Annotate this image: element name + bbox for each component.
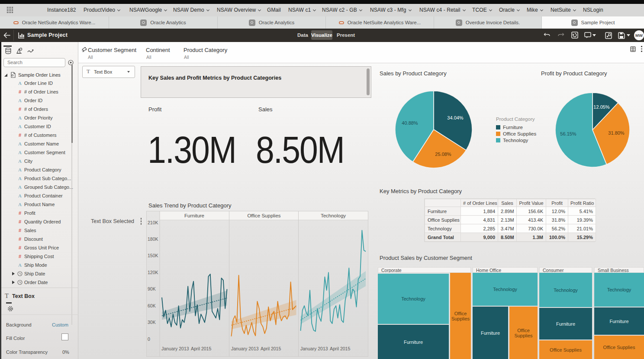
svg-text:April 2015: April 2015 (261, 346, 281, 351)
svg-text:56.15%: 56.15% (560, 131, 576, 136)
svg-text:120K: 120K (148, 270, 158, 275)
svg-text:Technology: Technology (321, 213, 346, 218)
svg-text:April 2015: April 2015 (191, 346, 211, 351)
svg-text:34.04%: 34.04% (447, 115, 464, 120)
svg-text:January 2013: January 2013 (231, 346, 259, 351)
svg-text:12.05%: 12.05% (593, 104, 610, 110)
svg-text:0: 0 (148, 336, 150, 342)
svg-text:January 2013: January 2013 (161, 346, 189, 351)
svg-text:210K: 210K (148, 220, 158, 225)
svg-text:April 2015: April 2015 (330, 346, 350, 351)
svg-text:150K: 150K (148, 253, 158, 258)
svg-text:25.08%: 25.08% (435, 152, 451, 157)
svg-text:30K: 30K (148, 320, 156, 325)
svg-text:90K: 90K (148, 286, 156, 291)
svg-text:Furniture: Furniture (184, 213, 204, 218)
svg-text:January 2013: January 2013 (300, 346, 328, 351)
svg-text:40.88%: 40.88% (402, 120, 418, 126)
svg-text:180K: 180K (148, 236, 158, 242)
svg-text:Office Supplies: Office Supplies (247, 213, 280, 218)
svg-text:60K: 60K (148, 303, 156, 308)
svg-text:31.80%: 31.80% (608, 130, 625, 136)
